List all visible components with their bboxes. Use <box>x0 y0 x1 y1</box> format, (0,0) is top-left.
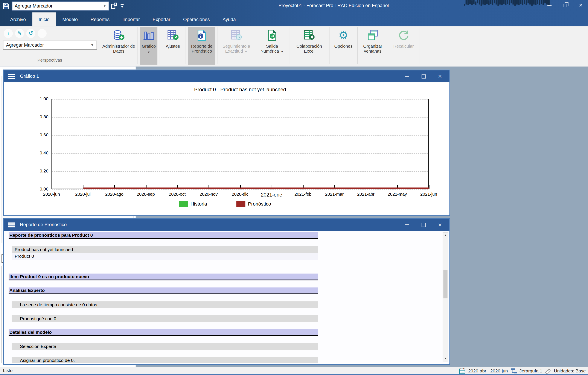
undo-marker-button[interactable]: ↺ <box>26 29 35 38</box>
chart-window: Gráfico 1 ✕ Product 0 - Product has not … <box>3 70 450 216</box>
window-menu-icon[interactable] <box>8 74 15 79</box>
scroll-up-icon[interactable]: ▲ <box>443 233 448 238</box>
ribbon-button-reporte-de-pronostico[interactable]: Reporte de Pronóstico <box>188 27 215 65</box>
chevron-down-icon: ▼ <box>280 50 284 53</box>
maximize-button[interactable] <box>419 223 427 227</box>
tab-importar[interactable]: Importar <box>116 12 146 26</box>
calendar-icon <box>459 368 466 374</box>
status-units[interactable]: Unidades: Base <box>554 368 586 374</box>
chart-title: Product 0 - Product has not yet launched <box>194 87 286 92</box>
window-layout-icon[interactable] <box>111 3 118 9</box>
group-separator <box>357 27 358 64</box>
ribbon-button-salida-numerica[interactable]: Salida Numérica ▼ <box>257 27 286 65</box>
ribbon-button-ajustes[interactable]: Ajustes <box>162 27 183 65</box>
sparkline-bar <box>484 0 485 5</box>
sparkline-bar <box>543 0 544 5</box>
sparkline-bar <box>541 0 542 4</box>
y-tick-label: 0.40 <box>32 150 49 156</box>
tab-archivo[interactable]: Archivo <box>4 12 32 26</box>
report-section-header: Detalles del modelo <box>9 329 318 336</box>
x-tick-label: 2021-may <box>382 192 412 197</box>
sparkline-bar <box>496 0 497 4</box>
minimize-button[interactable] <box>545 2 553 9</box>
sparkline-bar <box>514 0 516 6</box>
minimize-button[interactable] <box>403 76 411 76</box>
close-button[interactable]: ✕ <box>436 73 444 79</box>
chevron-down-icon[interactable]: ▼ <box>91 43 94 47</box>
ribbon-button-label: Administrador de Datos <box>102 44 135 54</box>
chart-window-titlebar[interactable]: Gráfico 1 ✕ <box>4 70 449 82</box>
doc-info-icon <box>195 29 208 42</box>
scroll-down-icon[interactable]: ▼ <box>443 355 448 361</box>
report-row-text: Product has not yet launched <box>11 247 73 252</box>
excel-table-icon <box>303 29 315 42</box>
close-button[interactable]: ✕ <box>436 222 444 228</box>
restore-button[interactable] <box>561 2 569 9</box>
report-window-titlebar[interactable]: Reporte de Pronóstico ✕ <box>4 219 449 231</box>
sparkline-bar <box>479 0 480 4</box>
sparkline-bar <box>492 0 493 5</box>
refresh-icon <box>397 29 410 42</box>
gear-icon: ⚙ <box>337 29 350 42</box>
database-add-icon <box>112 29 125 42</box>
sparkline-bar <box>503 0 504 4</box>
tab-operaciones[interactable]: Operaciones <box>177 12 216 26</box>
scrollbar-thumb[interactable] <box>443 270 447 298</box>
sparkline-bar <box>486 0 487 4</box>
edit-marker-button[interactable]: ✎ <box>15 29 24 38</box>
ribbon-button-organizar-ventanas[interactable]: Organizar ventanas <box>360 27 386 65</box>
report-section-header: Item Product 0 es un producto nuevo <box>9 274 318 280</box>
minimize-button[interactable] <box>403 224 411 225</box>
y-tick-label: 0.00 <box>32 187 49 192</box>
save-icon[interactable] <box>2 2 10 10</box>
report-window-title: Reporte de Pronóstico <box>20 222 67 227</box>
chart-window-controls: ✕ <box>403 70 444 82</box>
ribbon-button-opciones[interactable]: ⚙Opciones <box>332 27 355 65</box>
report-row-text: Detalles del modelo <box>10 329 52 335</box>
ribbon: +✎↺— Agregar Marcador ▼ Perspectivas Adm… <box>0 26 588 66</box>
ribbon-button-label: Opciones <box>334 44 353 49</box>
maximize-button[interactable] <box>419 74 427 78</box>
bookmark-combobox[interactable]: Agregar Marcador ▼ <box>12 1 109 10</box>
sparkline-bar <box>482 0 484 4</box>
y-tick-label: 1.00 <box>32 96 49 101</box>
status-date-range[interactable]: 2020-abr - 2020-jun <box>468 368 508 374</box>
window-controls: ✕ <box>545 2 585 9</box>
perspective-combobox[interactable]: Agregar Marcador ▼ <box>3 41 97 50</box>
chevron-down-icon[interactable]: ▼ <box>103 4 106 8</box>
vertical-scrollbar[interactable]: ▲ ▼ <box>443 232 448 362</box>
tab-exportar[interactable]: Exportar <box>146 12 177 26</box>
tab-inicio[interactable]: Inicio <box>32 12 56 26</box>
status-hierarchy[interactable]: Jerarquía 1 <box>519 368 542 374</box>
group-separator <box>255 27 255 64</box>
tab-ayuda[interactable]: Ayuda <box>216 12 242 26</box>
sparkline-bar <box>490 0 491 4</box>
sparkline-bar <box>518 0 519 5</box>
ribbon-button-grafico[interactable]: Gráfico▼ <box>140 27 158 65</box>
sparkline-bar <box>481 0 482 6</box>
ribbon-button-recalcular: Recalcular <box>390 27 417 65</box>
ribbon-button-label: Reporte de Pronóstico <box>188 44 215 54</box>
gridline <box>52 117 428 118</box>
remove-marker-button[interactable]: — <box>38 29 47 38</box>
close-button[interactable]: ✕ <box>577 2 585 9</box>
ribbon-button-administrador-de-datos[interactable]: Administrador de Datos <box>102 27 135 65</box>
gridline <box>52 99 428 100</box>
sparkline-bar <box>471 0 472 5</box>
qat-customize-icon[interactable]: ▼ <box>120 4 124 8</box>
tab-reportes[interactable]: Reportes <box>84 12 116 26</box>
add-marker-button[interactable]: + <box>4 29 13 38</box>
ribbon-button-colaboracion-excel[interactable]: Colaboración Excel <box>292 27 327 65</box>
sparkline-bar <box>499 0 501 4</box>
window-frame-bottom <box>0 374 588 375</box>
sparkline-bar <box>524 0 525 4</box>
gridline <box>52 153 428 154</box>
ribbon-button-label: Recalcular <box>393 44 414 49</box>
tab-modelo[interactable]: Modelo <box>56 12 84 26</box>
chevron-down-icon: ▼ <box>244 50 248 53</box>
group-separator <box>329 27 330 64</box>
window-menu-icon[interactable] <box>8 222 15 227</box>
group-separator <box>160 27 160 64</box>
x-tick-label: 2020-jul <box>68 192 98 197</box>
x-tick-label: 2021-mar <box>319 192 349 197</box>
